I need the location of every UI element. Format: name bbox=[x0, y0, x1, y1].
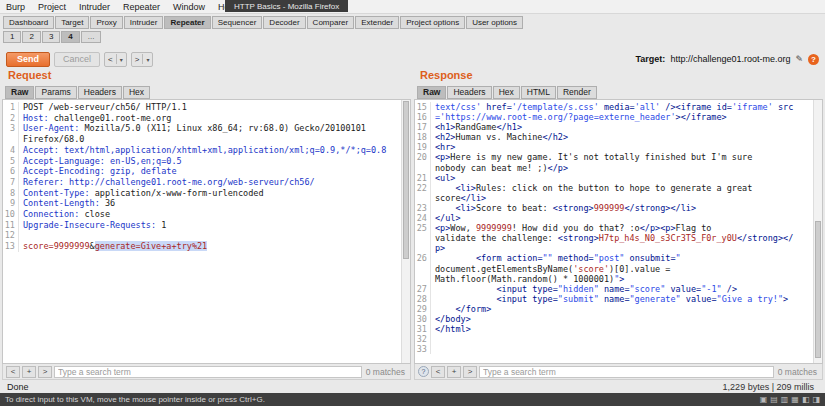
response-panel: Response Raw Headers Hex HTML Render 15t… bbox=[414, 68, 823, 380]
code-line: 13score=9999999&generate=Give+a+try%21 bbox=[3, 241, 410, 252]
menu-burp[interactable]: Burp bbox=[6, 2, 25, 12]
search-prev-button[interactable]: < bbox=[6, 366, 20, 378]
repeater-toolbar: Send Cancel < ▾ > ▾ Target: http://chall… bbox=[0, 51, 825, 67]
tab-proxy[interactable]: Proxy bbox=[90, 16, 122, 29]
code-line: 4Accept: text/html,application/xhtml+xml… bbox=[3, 145, 410, 156]
request-editor-scrollbar[interactable] bbox=[401, 100, 410, 363]
repeater-tab-new[interactable]: ... bbox=[81, 31, 102, 43]
vm-icon-3[interactable]: ▥ bbox=[781, 395, 789, 404]
response-search-matches: 0 matches bbox=[776, 367, 819, 377]
code-line: 16='https://www.root-me.org/?page=extern… bbox=[415, 112, 822, 122]
request-tab-hex[interactable]: Hex bbox=[123, 86, 150, 99]
next-request-button[interactable]: > ▾ bbox=[131, 52, 154, 67]
response-editor-scrollbar[interactable] bbox=[813, 100, 822, 363]
vm-icon-6[interactable]: ◨ bbox=[812, 395, 820, 404]
search-prev-button[interactable]: < bbox=[431, 366, 445, 378]
menu-repeater[interactable]: Repeater bbox=[123, 2, 160, 12]
response-tab-render[interactable]: Render bbox=[557, 86, 597, 99]
code-line: 17<h1>RandGame</h1> bbox=[415, 122, 822, 132]
request-tab-raw[interactable]: Raw bbox=[5, 86, 34, 99]
vm-icon-4[interactable]: ▦ bbox=[791, 395, 799, 404]
code-line: 23 <li>Score to beat: <strong>999999</st… bbox=[415, 203, 822, 213]
code-line: validate the challenge: <strong>H7tp_h4s… bbox=[415, 233, 822, 243]
cancel-button[interactable]: Cancel bbox=[54, 52, 100, 67]
code-line: 3User-Agent: Mozilla/5.0 (X11; Linux x86… bbox=[3, 123, 410, 134]
send-button[interactable]: Send bbox=[6, 52, 50, 67]
response-tab-headers[interactable]: Headers bbox=[447, 86, 491, 99]
response-editor[interactable]: 15text/css' href='/template/s.css' media… bbox=[414, 99, 823, 364]
code-line: 1POST /web-serveur/ch56/ HTTP/1.1 bbox=[3, 102, 410, 113]
code-line: document.getElementsByName('score')[0].v… bbox=[415, 264, 822, 274]
vm-hint-text: To direct input to this VM, move the mou… bbox=[5, 395, 265, 404]
code-line: p> bbox=[415, 243, 822, 253]
tab-project-options[interactable]: Project options bbox=[400, 16, 465, 29]
request-tab-params[interactable]: Params bbox=[35, 86, 76, 99]
chevron-down-icon: ▾ bbox=[116, 54, 123, 64]
repeater-tab-4[interactable]: 4 bbox=[61, 31, 79, 43]
response-search-input[interactable] bbox=[479, 366, 774, 378]
response-editor-scrollbar-thumb[interactable] bbox=[815, 221, 821, 358]
vm-icon-2[interactable]: ▤ bbox=[770, 395, 778, 404]
tab-target[interactable]: Target bbox=[55, 16, 89, 29]
prev-request-button[interactable]: < ▾ bbox=[104, 52, 127, 67]
code-line: nobody can beat me! ;)</p> bbox=[415, 163, 822, 173]
edit-target-icon[interactable]: ✎ bbox=[795, 54, 803, 64]
response-tab-raw[interactable]: Raw bbox=[417, 86, 446, 99]
response-tab-bar: Raw Headers Hex HTML Render bbox=[414, 84, 823, 99]
search-next-button[interactable]: > bbox=[38, 366, 52, 378]
response-tab-html[interactable]: HTML bbox=[521, 86, 556, 99]
code-line: 8Content-Type: application/x-www-form-ur… bbox=[3, 188, 410, 199]
tab-decoder[interactable]: Decoder bbox=[263, 16, 305, 29]
code-line: 10Connection: close bbox=[3, 209, 410, 220]
target-url: http://challenge01.root-me.org bbox=[670, 54, 790, 64]
code-line: 33 bbox=[415, 344, 822, 354]
help-icon[interactable]: ? bbox=[808, 54, 819, 65]
request-editor[interactable]: 1POST /web-serveur/ch56/ HTTP/1.12Host: … bbox=[2, 99, 411, 364]
code-line: 20<p>Here is my new game. It's not total… bbox=[415, 152, 822, 162]
repeater-tab-bar: 1 2 3 4 ... bbox=[0, 29, 825, 43]
request-editor-scrollbar-thumb[interactable] bbox=[403, 101, 409, 259]
menu-window[interactable]: Window bbox=[173, 2, 205, 12]
tab-repeater[interactable]: Repeater bbox=[164, 16, 210, 29]
request-panel-title: Request bbox=[2, 68, 411, 84]
tab-extender[interactable]: Extender bbox=[355, 16, 399, 29]
tab-intruder[interactable]: Intruder bbox=[124, 16, 164, 29]
code-line: 18<h2>Human vs. Machine</h2> bbox=[415, 132, 822, 142]
message-panels: Request Raw Params Headers Hex 1POST /we… bbox=[2, 68, 823, 380]
target-block: Target: http://challenge01.root-me.org ✎… bbox=[636, 54, 819, 65]
response-panel-title: Response bbox=[414, 68, 823, 84]
code-line: 12 bbox=[3, 230, 410, 241]
menu-intruder[interactable]: Intruder bbox=[79, 2, 110, 12]
request-search-bar: < + > 0 matches bbox=[2, 364, 411, 380]
vm-icon-1[interactable]: ▣ bbox=[760, 395, 768, 404]
repeater-tab-3[interactable]: 3 bbox=[42, 31, 60, 43]
vm-icon-5[interactable]: ◧ bbox=[802, 395, 810, 404]
tab-user-options[interactable]: User options bbox=[466, 16, 523, 29]
request-search-input[interactable] bbox=[54, 366, 362, 378]
menu-project[interactable]: Project bbox=[38, 2, 66, 12]
search-add-button[interactable]: + bbox=[447, 366, 461, 378]
response-size-time: 1,229 bytes | 209 millis bbox=[723, 382, 818, 392]
main-tab-bar: Dashboard Target Proxy Intruder Repeater… bbox=[0, 14, 825, 29]
request-tab-bar: Raw Params Headers Hex bbox=[2, 84, 411, 99]
search-next-button[interactable]: > bbox=[463, 366, 477, 378]
target-label: Target: bbox=[636, 54, 666, 64]
menu-bar: Burp Project Intruder Repeater Window He… bbox=[0, 0, 825, 14]
code-line: 24</ul> bbox=[415, 213, 822, 223]
tab-comparer[interactable]: Comparer bbox=[307, 16, 355, 29]
code-line: score</li> bbox=[415, 193, 822, 203]
repeater-tab-1[interactable]: 1 bbox=[3, 31, 21, 43]
request-search-matches: 0 matches bbox=[364, 367, 407, 377]
request-tab-headers[interactable]: Headers bbox=[78, 86, 122, 99]
response-tab-hex[interactable]: Hex bbox=[493, 86, 520, 99]
background-window-title[interactable]: HTTP Basics - Mozilla Firefox bbox=[225, 0, 348, 12]
status-done: Done bbox=[7, 382, 29, 392]
repeater-tab-2[interactable]: 2 bbox=[22, 31, 40, 43]
search-help-icon[interactable]: ? bbox=[418, 366, 429, 377]
tab-dashboard[interactable]: Dashboard bbox=[3, 16, 54, 29]
vm-toolbar-icons: ▣ ▤ ▥ ▦ ◧ ◨ bbox=[760, 395, 820, 404]
chevron-down-icon: ▾ bbox=[142, 54, 149, 64]
code-line: 32 bbox=[415, 334, 822, 344]
tab-sequencer[interactable]: Sequencer bbox=[212, 16, 263, 29]
search-add-button[interactable]: + bbox=[22, 366, 36, 378]
